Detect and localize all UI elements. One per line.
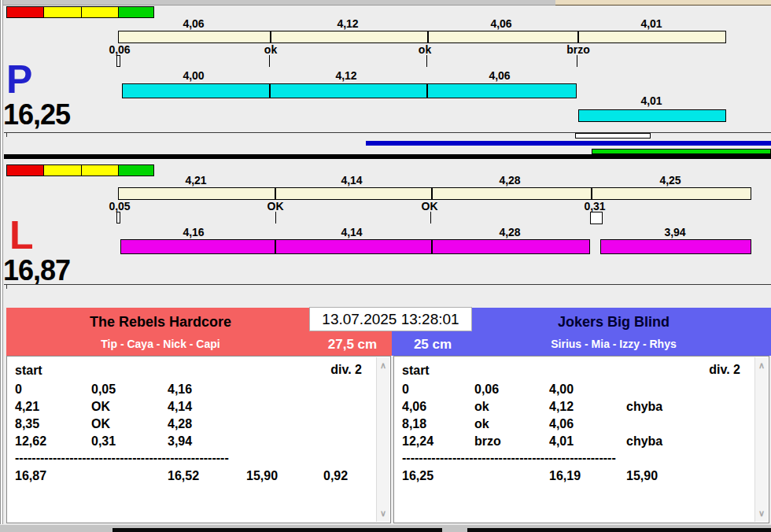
lane-p-letter: P <box>6 60 31 99</box>
ref-split-label: 4,14 <box>320 174 383 187</box>
lane-l-run-bar-last <box>600 239 751 254</box>
scrollbar-vertical[interactable]: ∧ ∨ <box>376 357 389 522</box>
pass-mark-label: 0,05 <box>88 200 151 212</box>
bar-divider <box>577 31 579 42</box>
scroll-up-icon[interactable]: ∧ <box>377 360 389 371</box>
flyball-timing-window: 4,06 4,12 4,06 4,01 0,06 ok ok brzo P 4,… <box>0 0 771 532</box>
time-difference: 0,92 <box>323 468 348 484</box>
traffic-yellow-segment <box>44 7 81 17</box>
cumulative-time: 0 <box>15 382 22 397</box>
split-time: 4,12 <box>549 399 574 415</box>
split-time: 3,94 <box>168 434 192 449</box>
run-split-label: 3,94 <box>644 226 706 238</box>
net-time: 16,52 <box>168 468 199 484</box>
blue-progress-bar <box>366 141 771 146</box>
split-time: 4,28 <box>168 416 192 432</box>
ref-split-label: 4,12 <box>316 17 379 30</box>
pass-mark: 0,05 <box>91 382 116 397</box>
traffic-red-segment <box>7 7 43 17</box>
cumulative-time: 4,06 <box>402 399 426 415</box>
totals-divider: ----------------------------------------… <box>15 453 229 465</box>
bar-divider <box>270 31 271 42</box>
start-label: start <box>402 363 430 379</box>
lane-p-run-bar <box>122 83 577 98</box>
start-traffic-light <box>6 6 154 18</box>
bar-divider <box>431 240 433 253</box>
ref-split-label: 4,06 <box>470 17 533 30</box>
mark-indicator-box <box>590 212 603 224</box>
traffic-green-segment <box>119 165 153 175</box>
start-label: start <box>15 363 42 379</box>
lane-l-run-bar <box>120 239 590 254</box>
traffic-red-segment <box>7 165 43 175</box>
results-list-right[interactable]: start div. 2 0 0,06 4,00 4,06 ok 4,12 ch… <box>393 356 769 523</box>
scroll-down-icon[interactable]: ∨ <box>377 508 389 519</box>
ref-split-label: 4,06 <box>162 17 225 30</box>
bar-divider <box>275 188 276 199</box>
division-label: div. 2 <box>709 363 740 377</box>
lane-p-total-time: 16,25 <box>3 101 70 129</box>
jump-height-left: 27,5 cm <box>313 334 392 354</box>
scrollbar-vertical[interactable]: ∧ ∨ <box>754 357 768 522</box>
scroll-up-icon[interactable]: ∧ <box>755 360 768 371</box>
jump-height-right: 25 cm <box>393 334 472 354</box>
ref-split-label: 4,28 <box>478 174 541 187</box>
pass-mark: OK <box>91 399 110 415</box>
start-tick-marker <box>116 55 120 67</box>
bar-divider <box>269 84 271 98</box>
run-split-label: 4,16 <box>162 226 225 238</box>
measure-window-box <box>575 133 651 139</box>
record-time: 15,90 <box>246 468 278 484</box>
cumulative-time: 12,24 <box>402 434 433 449</box>
cumulative-time: 0 <box>402 382 409 397</box>
total-time: 16,87 <box>15 468 46 484</box>
lane-l-total-time: 16,87 <box>3 257 70 285</box>
traffic-yellow-segment <box>44 165 81 175</box>
timestamp: 13.07.2025 13:28:01 <box>309 307 472 331</box>
pass-tick-marker <box>577 55 577 67</box>
division-label: div. 2 <box>330 363 362 377</box>
record-time: 15,90 <box>626 468 658 484</box>
lane-l-letter: L <box>9 216 33 255</box>
cumulative-time: 8,35 <box>15 416 39 432</box>
cumulative-time: 8,18 <box>402 416 426 432</box>
run-split-label: 4,01 <box>620 94 683 107</box>
background-taskbar-edge <box>113 528 771 532</box>
pass-mark-label: 0,31 <box>563 200 626 212</box>
team-right-members: Sirius - Mia - Izzy - Rhys <box>464 338 763 350</box>
cumulative-time: 12,62 <box>15 434 46 449</box>
run-split-label: 4,14 <box>320 226 383 238</box>
pass-mark: ok <box>474 399 489 415</box>
bar-divider <box>427 31 429 42</box>
lane-p-run-bar-last <box>578 109 726 122</box>
split-time: 4,01 <box>549 434 574 449</box>
cumulative-time: 4,21 <box>15 399 39 415</box>
results-list-left[interactable]: start div. 2 0 0,05 4,16 4,21 OK 4,14 8,… <box>6 356 391 523</box>
bar-divider <box>431 188 433 199</box>
bar-divider <box>591 188 592 199</box>
ref-split-label: 4,25 <box>639 174 702 187</box>
ref-split-label: 4,01 <box>620 17 683 30</box>
green-progress-bar <box>592 149 771 154</box>
bar-divider <box>426 84 428 98</box>
net-time: 16,19 <box>549 468 581 484</box>
pass-tick-marker <box>426 55 427 67</box>
background-window-edge <box>555 0 771 6</box>
pass-mark: ok <box>474 416 489 432</box>
background-taskbar-gap <box>442 528 467 532</box>
run-split-label: 4,00 <box>162 69 225 82</box>
pass-mark-label: ok <box>393 43 456 56</box>
team-right-name: Jokers Big Blind <box>464 314 763 331</box>
scroll-down-icon[interactable]: ∨ <box>755 508 768 519</box>
fault-flag: chyba <box>626 434 662 449</box>
pass-mark: 0,31 <box>91 434 116 449</box>
pass-mark: 0,06 <box>474 382 499 397</box>
run-split-label: 4,12 <box>315 69 378 82</box>
split-time: 4,00 <box>549 382 574 397</box>
window-top-edge <box>0 0 771 6</box>
pass-mark-label: OK <box>244 200 307 212</box>
pass-tick-marker <box>430 212 431 224</box>
start-traffic-light <box>6 164 154 176</box>
lane-baseline <box>4 284 771 285</box>
pass-tick-marker <box>275 212 276 224</box>
